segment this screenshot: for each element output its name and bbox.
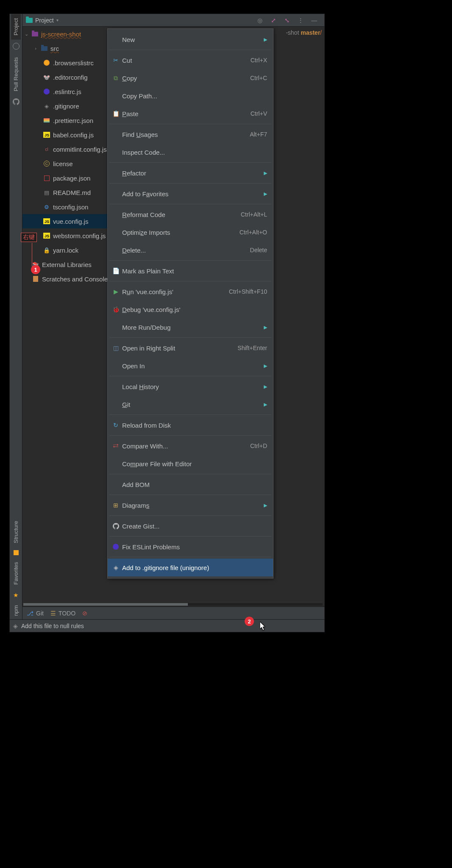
- editorconfig-icon: 🐭: [43, 73, 50, 81]
- menu-reload-disk[interactable]: ↻ Reload from Disk: [108, 416, 273, 434]
- meet-icon[interactable]: [13, 43, 20, 50]
- project-tree: ⌄ js-screen-shot › src .browserslistrc 🐭…: [22, 27, 120, 606]
- menu-copy[interactable]: ⧉ Copy Ctrl+C: [108, 69, 273, 87]
- tree-file-vueconfig[interactable]: JS vue.config.js: [22, 214, 120, 228]
- menu-inspect-code[interactable]: Inspect Code...: [108, 143, 273, 161]
- eslint-icon: [44, 89, 50, 95]
- tree-file-tsconfig[interactable]: ⚙ tsconfig.json: [22, 200, 120, 214]
- tree-src-label: src: [50, 45, 59, 52]
- star-icon: ★: [13, 592, 19, 598]
- menu-paste[interactable]: 📋 Paste Ctrl+V: [108, 105, 273, 122]
- menu-more-run[interactable]: More Run/Debug ▶: [108, 318, 273, 336]
- tree-file-eslintrc[interactable]: .eslintrc.js: [22, 84, 120, 99]
- project-dropdown-label: Project: [35, 17, 54, 24]
- tree-file-babelconfig[interactable]: JS babel.config.js: [22, 128, 120, 142]
- menu-optimize-imports[interactable]: Optimize Imports Ctrl+Alt+O: [108, 223, 273, 241]
- menu-compare-editor[interactable]: Compare File with Editor: [108, 455, 273, 473]
- menu-add-bom[interactable]: Add BOM: [108, 476, 273, 493]
- tree-file-browserslist[interactable]: .browserslistrc: [22, 56, 120, 70]
- chevron-right-icon: ›: [33, 46, 38, 51]
- layers-icon[interactable]: ◈: [13, 623, 18, 629]
- left-tab-structure[interactable]: Structure: [11, 517, 21, 548]
- git-icon: ◈: [43, 102, 50, 110]
- menu-git[interactable]: Git ▶: [108, 395, 273, 413]
- tree-root-label: js-screen-shot: [41, 31, 81, 38]
- tree-file-editorconfig[interactable]: 🐭 .editorconfig: [22, 70, 120, 84]
- collapse-icon[interactable]: ⤡: [283, 16, 291, 25]
- menu-diagrams[interactable]: ⊞ Diagrams ▶: [108, 496, 273, 514]
- menu-fix-eslint[interactable]: Fix ESLint Problems: [108, 538, 273, 556]
- folder-icon: [32, 32, 38, 36]
- submenu-arrow-icon: ▶: [260, 170, 267, 176]
- github-icon[interactable]: [13, 98, 20, 106]
- menu-refactor[interactable]: Refactor ▶: [108, 164, 273, 182]
- tree-file-commitlint[interactable]: cl commitlint.config.js: [22, 142, 120, 156]
- bottom-tool-bar: ⎇ Git ☰ TODO ⊘: [22, 606, 324, 619]
- menu-copy-path[interactable]: Copy Path...: [108, 87, 273, 105]
- tree-file-prettierrc[interactable]: .prettierrc.json: [22, 113, 120, 128]
- js-icon: JS: [43, 218, 50, 224]
- debug-icon: 🐞: [111, 306, 120, 313]
- bottom-tab-problems[interactable]: ⊘: [82, 610, 87, 617]
- eslint-icon: [111, 544, 120, 550]
- context-menu: New ▶ ✂ Cut Ctrl+X ⧉ Copy Ctrl+C Copy Pa…: [107, 28, 273, 579]
- tree-file-readme[interactable]: ▤ README.md: [22, 185, 120, 200]
- tree-file-yarnlock[interactable]: 🔒 yarn.lock: [22, 243, 120, 257]
- gitignore-icon: ◈: [111, 564, 120, 571]
- menu-mark-plain[interactable]: 📄 Mark as Plain Text: [108, 262, 273, 280]
- menu-separator: [109, 162, 271, 163]
- github-icon: [111, 523, 120, 529]
- menu-run[interactable]: ▶ Run 'vue.config.js' Ctrl+Shift+F10: [108, 283, 273, 300]
- diff-icon: ⮂: [111, 442, 120, 449]
- left-tab-npm[interactable]: npm: [11, 601, 21, 620]
- menu-separator: [109, 415, 271, 415]
- tree-file-gitignore[interactable]: ◈ .gitignore: [22, 99, 120, 113]
- submenu-arrow-icon: ▶: [260, 402, 267, 407]
- submenu-arrow-icon: ▶: [260, 325, 267, 330]
- status-bar: ◈ Add this file to null rules: [10, 619, 324, 632]
- menu-separator: [109, 376, 271, 376]
- bottom-tab-git[interactable]: ⎇ Git: [27, 610, 44, 617]
- menu-open-split[interactable]: ◫ Open in Right Split Shift+Enter: [108, 339, 273, 357]
- menu-delete[interactable]: Delete... Delete: [108, 241, 273, 259]
- project-view-dropdown[interactable]: Project ▾: [26, 17, 59, 24]
- copy-icon: ⧉: [111, 75, 120, 82]
- split-icon: ◫: [111, 345, 120, 351]
- menu-add-favorites[interactable]: Add to Favorites ▶: [108, 185, 273, 203]
- folder-icon: [41, 46, 47, 51]
- menu-cut[interactable]: ✂ Cut Ctrl+X: [108, 51, 273, 69]
- menu-reformat-code[interactable]: Reformat Code Ctrl+Alt+L: [108, 206, 273, 223]
- lock-icon: 🔒: [43, 246, 50, 254]
- todo-icon: ☰: [50, 610, 56, 617]
- locate-icon[interactable]: ◎: [256, 16, 264, 25]
- menu-local-history[interactable]: Local History ▶: [108, 378, 273, 395]
- bottom-tab-todo[interactable]: ☰ TODO: [50, 610, 75, 617]
- tree-root[interactable]: ⌄ js-screen-shot: [22, 27, 120, 41]
- minimize-icon[interactable]: —: [310, 16, 318, 25]
- folder-icon: [26, 18, 33, 23]
- menu-find-usages[interactable]: Find Usages Alt+F7: [108, 125, 273, 143]
- breadcrumb-slash: /: [320, 29, 322, 36]
- menu-open-in[interactable]: Open In ▶: [108, 357, 273, 375]
- tree-file-packagejson[interactable]: package.json: [22, 171, 120, 185]
- problems-icon: ⊘: [82, 610, 87, 617]
- expand-icon[interactable]: ⤢: [269, 16, 278, 25]
- left-tab-favorites[interactable]: Favorites: [11, 558, 21, 589]
- menu-new[interactable]: New ▶: [108, 31, 273, 48]
- left-tab-pull-requests[interactable]: Pull Requests: [11, 53, 21, 95]
- more-icon[interactable]: ⋮: [296, 16, 305, 25]
- menu-debug[interactable]: 🐞 Debug 'vue.config.js': [108, 300, 273, 318]
- menu-add-gitignore[interactable]: ◈ Add to .gitignore file (unignore): [108, 559, 273, 576]
- menu-separator: [109, 281, 271, 281]
- tree-src[interactable]: › src: [22, 41, 120, 56]
- readme-icon: ▤: [43, 189, 50, 196]
- menu-create-gist[interactable]: Create Gist...: [108, 517, 273, 535]
- left-tab-project[interactable]: Project: [11, 14, 21, 39]
- menu-compare-with[interactable]: ⮂ Compare With... Ctrl+D: [108, 437, 273, 455]
- tree-file-webstormconfig[interactable]: JS webstorm.config.js: [22, 228, 120, 243]
- submenu-arrow-icon: ▶: [260, 363, 267, 369]
- scrollbar-horizontal[interactable]: [23, 603, 323, 606]
- tree-file-license[interactable]: C license: [22, 156, 120, 171]
- breadcrumb-path: -shot: [286, 29, 299, 36]
- menu-separator: [109, 557, 271, 557]
